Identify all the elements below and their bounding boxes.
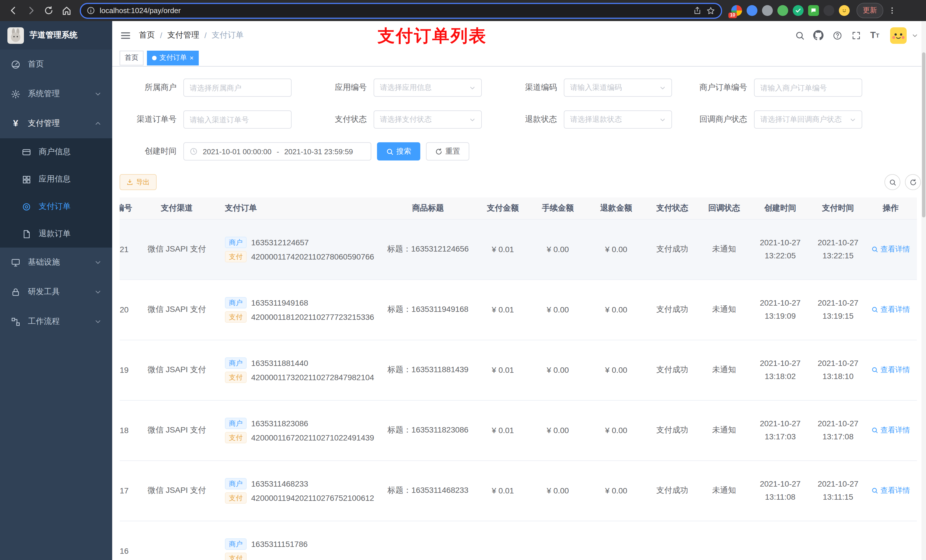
cell-id: 17 (120, 460, 141, 521)
cell-channel: 微信 JSAPI 支付 (141, 219, 212, 279)
cell-order: 商户1635311468233 支付4200001194202110276752… (212, 460, 379, 521)
sidebar-item-devtools[interactable]: 研发工具 (0, 277, 112, 307)
extension-pinwheel-icon[interactable]: 10 (731, 5, 742, 16)
col-status: 支付状态 (645, 198, 699, 219)
notify-status-select[interactable]: 请选择订单回调商户状态 (754, 110, 862, 128)
user-avatar[interactable] (890, 27, 906, 44)
sidebar-item-merchant-info[interactable]: 商户信息 (0, 138, 112, 166)
merchant-tag: 商户 (225, 297, 247, 308)
chevron-down-icon (95, 318, 101, 325)
tab-home[interactable]: 首页 (120, 50, 144, 65)
cell-title: 标题：1635311468233 (379, 460, 477, 521)
address-bar[interactable]: localhost:1024/pay/order (80, 3, 722, 18)
col-notify: 回调状态 (699, 198, 749, 219)
reload-button[interactable] (41, 3, 56, 18)
sidebar-toggle-icon[interactable] (120, 30, 131, 41)
sidebar-item-pay-order[interactable]: 支付订单 (0, 193, 112, 220)
chevron-down-icon (95, 288, 101, 295)
view-detail-link[interactable]: 查看详情 (872, 244, 910, 254)
cell-paid: 2021-10-2713:17:08 (811, 400, 864, 460)
merchant-order-no-input[interactable] (754, 78, 862, 97)
cell-status: 支付成功 (645, 340, 699, 400)
export-button[interactable]: 导出 (120, 174, 157, 190)
forward-button[interactable] (23, 3, 39, 18)
cell-refund: ¥ 0.00 (587, 400, 645, 460)
pay-order-no: 4200001181202110277723215336 (251, 312, 374, 321)
sidebar-item-app-info[interactable]: 应用信息 (0, 166, 112, 193)
filter-label: 渠道编码 (500, 83, 564, 93)
pay-status-select[interactable]: 请选择支付状态 (374, 110, 482, 128)
orders-table-wrap: 编号 支付渠道 支付订单 商品标题 支付金额 手续金额 退款金额 支付状态 回调… (120, 198, 921, 560)
extension-face-icon[interactable] (839, 5, 850, 16)
channel-code-select[interactable]: 请输入渠道编码 (564, 78, 672, 97)
share-icon[interactable] (693, 6, 702, 15)
chevron-down-icon (469, 85, 475, 91)
font-size-icon[interactable]: TT (868, 29, 882, 42)
filter-label: 商户订单编号 (690, 83, 754, 93)
col-fee: 手续金额 (528, 198, 587, 219)
browser-menu-icon[interactable] (888, 6, 896, 15)
view-detail-link[interactable]: 查看详情 (872, 425, 910, 435)
app-logo-row[interactable]: 芋道管理系统 (0, 21, 112, 50)
cell-notify: 未通知 (699, 460, 749, 521)
cell-channel: 微信 JSAPI 支付 (141, 400, 212, 460)
view-detail-link[interactable]: 查看详情 (872, 486, 910, 496)
pay-tag: 支付 (225, 432, 247, 443)
sidebar-item-label: 工作流程 (28, 316, 60, 327)
back-button[interactable] (6, 3, 21, 18)
table-row: 16 商户1635311151786 支付 (120, 521, 917, 560)
app-select[interactable]: 请选择应用信息 (374, 78, 482, 97)
cell-id: 16 (120, 521, 141, 560)
refund-status-select[interactable]: 请选择退款状态 (564, 110, 672, 128)
extension-chat-icon[interactable] (808, 5, 819, 16)
browser-update-button[interactable]: 更新 (856, 3, 883, 18)
tab-pay-order[interactable]: 支付订单 × (147, 50, 199, 65)
extension-check-icon[interactable] (793, 5, 803, 16)
search-icon (872, 427, 878, 434)
sidebar-item-home[interactable]: 首页 (0, 50, 112, 79)
extension-drop-icon[interactable] (747, 5, 757, 16)
scrollbar-thumb[interactable] (922, 52, 925, 217)
filter-row-3: 创建时间 2021-10-01 00:00:00 - 2021-10-31 23… (120, 142, 926, 160)
chevron-down-icon (95, 91, 101, 97)
tab-label: 首页 (125, 53, 138, 63)
sidebar-item-label: 系统管理 (28, 89, 60, 99)
fullscreen-icon[interactable] (849, 29, 863, 42)
extension-globe-icon[interactable] (762, 5, 773, 16)
extension-pin-icon[interactable] (823, 5, 834, 16)
breadcrumb-payment[interactable]: 支付管理 (168, 30, 199, 41)
breadcrumb-home[interactable]: 首页 (139, 30, 155, 41)
create-time-range[interactable]: 2021-10-01 00:00:00 - 2021-10-31 23:59:5… (183, 142, 371, 160)
sidebar-item-refund-order[interactable]: 退款订单 (0, 220, 112, 248)
site-info-icon[interactable] (86, 6, 95, 15)
bookmark-star-icon[interactable] (706, 6, 715, 15)
breadcrumb: 首页 / 支付管理 / 支付订单 (139, 30, 244, 41)
search-button[interactable]: 搜索 (377, 142, 420, 160)
merchant-order-no: 1635311949168 (251, 298, 308, 307)
sidebar-item-system[interactable]: 系统管理 (0, 79, 112, 109)
merchant-input[interactable] (183, 78, 292, 97)
cell-amount: ¥ 0.01 (477, 340, 528, 400)
sidebar-item-infra[interactable]: 基础设施 (0, 248, 112, 277)
pay-order-no: 4200001173202110272847982104 (251, 373, 374, 382)
home-button[interactable] (59, 3, 74, 18)
view-detail-link[interactable]: 查看详情 (872, 365, 910, 375)
filter-label: 回调商户状态 (690, 115, 754, 125)
gear-icon (11, 89, 21, 99)
github-icon[interactable] (811, 29, 825, 42)
url-text[interactable]: localhost:1024/pay/order (100, 6, 688, 15)
toggle-search-button[interactable] (884, 174, 900, 190)
sidebar-item-payment[interactable]: ¥ 支付管理 (0, 109, 112, 138)
avatar-caret-icon[interactable] (912, 32, 918, 38)
close-icon[interactable]: × (190, 54, 194, 61)
reset-button[interactable]: 重置 (426, 142, 469, 160)
breadcrumb-current: 支付订单 (212, 30, 244, 41)
sidebar-item-workflow[interactable]: 工作流程 (0, 307, 112, 337)
view-detail-link[interactable]: 查看详情 (872, 305, 910, 315)
help-icon[interactable] (830, 29, 844, 42)
refresh-icon (435, 148, 442, 155)
extension-green-icon[interactable] (777, 5, 788, 16)
search-icon[interactable] (793, 29, 806, 42)
refresh-table-button[interactable] (905, 174, 921, 190)
channel-order-no-input[interactable] (183, 110, 292, 128)
